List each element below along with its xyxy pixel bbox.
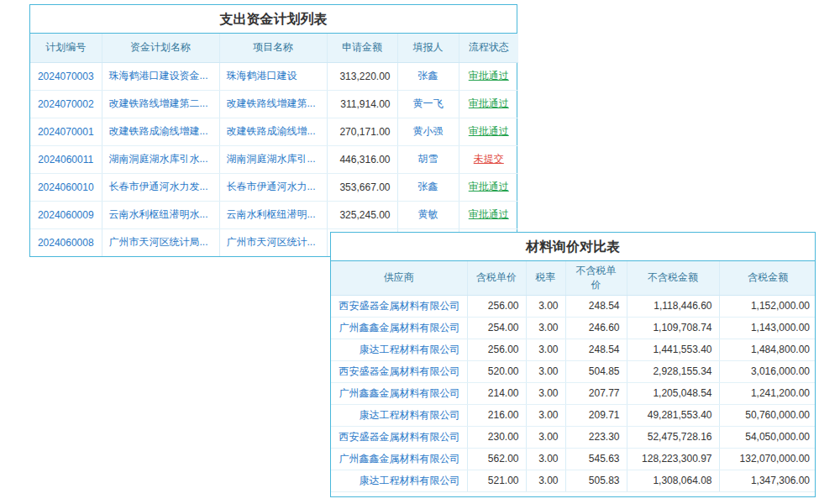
amount-incl-tax-value: 1,241,200.00 xyxy=(751,387,810,399)
process-status-link[interactable]: 审批通过 xyxy=(469,125,509,137)
quote-col-header-amount-incl-tax: 含税金额 xyxy=(719,261,816,295)
process-status-link[interactable]: 未提交 xyxy=(474,153,504,165)
project-name-link[interactable]: 湖南洞庭湖水库引... xyxy=(227,153,316,165)
price-incl-tax-value: 521.00 xyxy=(488,475,519,486)
quote-table: 供应商 含税单价 税率 不含税单价 不含税金额 含税金额 西安盛器金属材料有限公… xyxy=(331,261,816,492)
supplier-name-link[interactable]: 广州鑫鑫金属材料有限公司 xyxy=(339,322,460,333)
supplier-name-link[interactable]: 广州鑫鑫金属材料有限公司 xyxy=(339,387,460,399)
quote-table-row: 西安盛器金属材料有限公司520.003.00504.852,928,155.34… xyxy=(331,360,816,382)
project-name-link[interactable]: 广州市天河区统计... xyxy=(227,236,316,248)
plan-id-link[interactable]: 2024070003 xyxy=(38,71,94,82)
price-incl-tax-value: 562.00 xyxy=(488,453,519,465)
plan-table-row: 2024060009云南水利枢纽潜明水...云南水利枢纽潜明...325,245… xyxy=(30,201,518,228)
quote-table-row: 康达工程材料有限公司216.003.00209.7149,281,553.405… xyxy=(331,404,816,426)
plan-col-header-id: 计划编号 xyxy=(30,34,102,62)
plan-id-link[interactable]: 2024060010 xyxy=(38,181,94,193)
quote-table-row: 广州鑫鑫金属材料有限公司562.003.00545.63128,223,300.… xyxy=(331,448,816,470)
tax-rate-value: 3.00 xyxy=(538,300,558,312)
amount-excl-tax-value: 52,475,728.16 xyxy=(648,431,712,443)
supplier-name-link[interactable]: 广州鑫鑫金属材料有限公司 xyxy=(339,453,460,465)
filler-name-link[interactable]: 张鑫 xyxy=(418,70,438,81)
tax-rate-value: 3.00 xyxy=(538,475,558,486)
price-excl-tax-value: 248.54 xyxy=(589,300,620,312)
supplier-name-link[interactable]: 西安盛器金属材料有限公司 xyxy=(339,300,460,312)
tax-rate-value: 3.00 xyxy=(538,431,558,443)
tax-rate-value: 3.00 xyxy=(538,344,558,355)
supplier-name-link[interactable]: 康达工程材料有限公司 xyxy=(360,475,460,486)
plan-table: 计划编号 资金计划名称 项目名称 申请金额 填报人 流程状态 202407000… xyxy=(30,34,518,256)
filler-name-link[interactable]: 黄小强 xyxy=(413,125,444,137)
plan-table-row: 2024070001改建铁路成渝线增建...改建铁路成渝线增...270,171… xyxy=(30,118,518,145)
apply-amount-value: 311,914.00 xyxy=(340,98,390,110)
process-status-link[interactable]: 审批通过 xyxy=(469,70,509,81)
fund-plan-name-link[interactable]: 长春市伊通河水力发... xyxy=(109,181,208,192)
process-status-link[interactable]: 审批通过 xyxy=(469,208,509,220)
amount-incl-tax-value: 50,760,000.00 xyxy=(745,409,810,421)
plan-table-title: 支出资金计划列表 xyxy=(30,5,517,34)
plan-id-link[interactable]: 2024060009 xyxy=(38,209,94,221)
process-status-link[interactable]: 审批通过 xyxy=(469,181,509,192)
plan-table-row: 2024070003珠海鹤港口建设资金...珠海鹤港口建设313,220.00张… xyxy=(30,62,518,90)
plan-id-link[interactable]: 2024060011 xyxy=(38,154,93,165)
quote-table-title: 材料询价对比表 xyxy=(331,233,815,261)
filler-name-link[interactable]: 黄一飞 xyxy=(413,97,444,109)
price-excl-tax-value: 505.83 xyxy=(589,475,620,486)
amount-incl-tax-value: 132,070,000.00 xyxy=(740,453,810,465)
project-name-link[interactable]: 改建铁路成渝线增... xyxy=(227,125,316,137)
project-name-link[interactable]: 改建铁路线增建第... xyxy=(227,97,316,109)
plan-table-card: 支出资金计划列表 计划编号 资金计划名称 项目名称 申请金额 填报人 流程状态 … xyxy=(29,4,517,257)
fund-plan-name-link[interactable]: 云南水利枢纽潜明水... xyxy=(109,208,208,220)
price-incl-tax-value: 520.00 xyxy=(488,365,519,377)
quote-col-header-price-incl-tax: 含税单价 xyxy=(467,261,526,295)
plan-col-header-amount: 申请金额 xyxy=(327,34,397,62)
plan-id-link[interactable]: 2024060008 xyxy=(38,237,94,249)
filler-name-link[interactable]: 张鑫 xyxy=(418,181,438,192)
amount-incl-tax-value: 3,016,000.00 xyxy=(751,365,810,377)
apply-amount-value: 446,316.00 xyxy=(339,154,390,165)
project-name-link[interactable]: 珠海鹤港口建设 xyxy=(227,70,297,81)
amount-incl-tax-value: 1,484,800.00 xyxy=(751,344,810,355)
quote-table-row: 广州鑫鑫金属材料有限公司214.003.00207.771,205,048.54… xyxy=(331,382,816,404)
price-incl-tax-value: 256.00 xyxy=(488,344,519,355)
price-excl-tax-value: 209.71 xyxy=(589,409,620,421)
price-excl-tax-value: 545.63 xyxy=(589,453,620,465)
price-incl-tax-value: 254.00 xyxy=(488,322,519,333)
supplier-name-link[interactable]: 西安盛器金属材料有限公司 xyxy=(339,431,460,443)
quote-table-row: 康达工程材料有限公司256.003.00248.541,441,553.401,… xyxy=(331,339,816,360)
quote-col-header-amount-excl-tax: 不含税金额 xyxy=(627,261,719,295)
apply-amount-value: 313,220.00 xyxy=(339,71,390,82)
amount-excl-tax-value: 1,109,708.74 xyxy=(653,322,711,333)
fund-plan-name-link[interactable]: 改建铁路成渝线增建... xyxy=(109,125,208,137)
supplier-name-link[interactable]: 康达工程材料有限公司 xyxy=(360,409,460,421)
price-incl-tax-value: 216.00 xyxy=(488,409,519,421)
plan-col-header-filler: 填报人 xyxy=(397,34,459,62)
plan-table-row: 2024070002改建铁路线增建第二...改建铁路线增建第...311,914… xyxy=(30,90,518,118)
apply-amount-value: 325,245.00 xyxy=(339,209,390,221)
fund-plan-name-link[interactable]: 珠海鹤港口建设资金... xyxy=(109,70,208,81)
amount-excl-tax-value: 1,118,446.60 xyxy=(654,300,711,312)
plan-id-link[interactable]: 2024070002 xyxy=(38,98,94,110)
amount-incl-tax-value: 1,347,306.00 xyxy=(751,475,810,486)
filler-name-link[interactable]: 胡雪 xyxy=(418,153,438,165)
tax-rate-value: 3.00 xyxy=(538,387,558,399)
quote-table-header-row: 供应商 含税单价 税率 不含税单价 不含税金额 含税金额 xyxy=(331,261,816,295)
plan-table-row: 2024060011湖南洞庭湖水库引水...湖南洞庭湖水库引...446,316… xyxy=(30,145,518,173)
price-excl-tax-value: 223.30 xyxy=(589,431,620,443)
tax-rate-value: 3.00 xyxy=(538,453,558,465)
apply-amount-value: 353,667.00 xyxy=(339,181,390,193)
quote-col-header-supplier: 供应商 xyxy=(331,261,467,295)
fund-plan-name-link[interactable]: 湖南洞庭湖水库引水... xyxy=(109,153,208,165)
plan-id-link[interactable]: 2024070001 xyxy=(38,126,94,138)
fund-plan-name-link[interactable]: 改建铁路线增建第二... xyxy=(109,97,208,109)
amount-incl-tax-value: 1,143,000.00 xyxy=(751,322,810,333)
project-name-link[interactable]: 长春市伊通河水力... xyxy=(227,181,316,192)
supplier-name-link[interactable]: 西安盛器金属材料有限公司 xyxy=(339,365,460,377)
amount-incl-tax-value: 54,050,000.00 xyxy=(745,431,810,443)
supplier-name-link[interactable]: 康达工程材料有限公司 xyxy=(360,344,460,355)
process-status-link[interactable]: 审批通过 xyxy=(469,97,509,109)
quote-table-row: 西安盛器金属材料有限公司256.003.00248.541,118,446.60… xyxy=(331,295,816,317)
fund-plan-name-link[interactable]: 广州市天河区统计局... xyxy=(109,236,208,248)
price-incl-tax-value: 214.00 xyxy=(488,387,519,399)
project-name-link[interactable]: 云南水利枢纽潜明... xyxy=(227,208,316,220)
filler-name-link[interactable]: 黄敏 xyxy=(418,208,438,220)
